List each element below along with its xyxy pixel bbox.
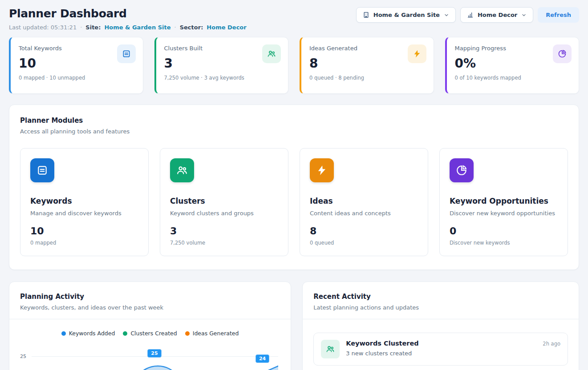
stat-subtext: 0 of 10 keywords mapped: [455, 75, 571, 81]
modules-section-subtitle: Access all planning tools and features: [20, 128, 568, 135]
users-icon: [262, 44, 281, 63]
stat-subtext: 0 mapped · 10 unmapped: [19, 75, 135, 81]
data-point-label: 24: [255, 354, 269, 363]
module-subtext: 7,250 volume: [170, 240, 278, 246]
bottom-row: Planning Activity Keywords, clusters, an…: [9, 282, 579, 370]
stat-card-mapping-progress[interactable]: Mapping Progress 0% 0 of 10 keywords map…: [445, 37, 580, 94]
document-icon: [30, 158, 54, 182]
module-card-keyword-opportunities[interactable]: Keyword Opportunities Discover new keywo…: [439, 148, 568, 256]
recent-activity-subtitle: Latest planning actions and updates: [313, 304, 568, 311]
module-title: Clusters: [170, 197, 278, 205]
page-title: Planner Dashboard: [9, 7, 247, 20]
activity-list-item[interactable]: Keywords Clustered 3 new clusters create…: [313, 333, 568, 366]
sector-label: Sector:: [180, 24, 203, 31]
separator-dot: ·: [80, 24, 82, 31]
legend-item-ideas-generated[interactable]: Ideas Generated: [185, 330, 239, 337]
site-label: Site:: [85, 24, 101, 31]
chevron-down-icon: [444, 12, 449, 18]
lightning-icon: [310, 158, 334, 182]
module-value: 3: [170, 225, 278, 237]
module-card-ideas[interactable]: Ideas Content ideas and concepts 8 0 que…: [300, 148, 428, 256]
users-icon: [321, 340, 340, 358]
module-value: 0: [450, 225, 558, 237]
recent-activity-title: Recent Activity: [313, 293, 568, 301]
page-subtitle: Last updated: 05:31:21 · Site: Home & Ga…: [9, 24, 247, 31]
users-icon: [170, 158, 194, 182]
activity-item-description: 3 new clusters created: [346, 350, 419, 357]
legend-dot-blue: [61, 331, 66, 336]
activity-chart: 25 25 24: [20, 344, 280, 370]
module-subtext: Discover new keywords: [450, 240, 558, 246]
module-description: Manage and discover keywords: [30, 210, 138, 217]
site-dropdown[interactable]: Home & Garden Site: [356, 7, 456, 23]
activity-item-time: 2h ago: [543, 340, 560, 347]
module-description: Keyword clusters and groups: [170, 210, 278, 217]
planner-dashboard-page: Planner Dashboard Last updated: 05:31:21…: [0, 0, 588, 370]
pie-chart-icon: [450, 158, 474, 182]
legend-label: Keywords Added: [69, 330, 115, 337]
legend-dot-green: [123, 331, 127, 336]
page-header: Planner Dashboard Last updated: 05:31:21…: [9, 7, 579, 31]
stat-subtext: 0 queued · 8 pending: [309, 75, 426, 81]
recent-activity-header: Recent Activity Latest planning actions …: [303, 282, 579, 319]
recent-activity-body: Keywords Clustered 3 new clusters create…: [303, 319, 579, 370]
last-updated-text: Last updated: 05:31:21: [9, 24, 77, 31]
planning-activity-panel: Planning Activity Keywords, clusters, an…: [9, 282, 291, 370]
activity-content: Keywords Clustered 3 new clusters create…: [346, 340, 419, 357]
stat-card-ideas-generated[interactable]: Ideas Generated 8 0 queued · 8 pending: [300, 37, 434, 94]
chart-legend: Keywords Added Clusters Created Ideas Ge…: [20, 330, 280, 337]
module-subtext: 0 queued: [310, 240, 418, 246]
planning-activity-title: Planning Activity: [20, 293, 280, 301]
modules-grid: Keywords Manage and discover keywords 10…: [20, 148, 568, 256]
modules-section-title: Planner Modules: [20, 117, 568, 125]
sector-dropdown[interactable]: Home Decor: [460, 7, 533, 23]
legend-label: Clusters Created: [130, 330, 177, 337]
data-point-label: 25: [147, 349, 161, 358]
stat-card-clusters-built[interactable]: Clusters Built 3 7,250 volume · 3 avg ke…: [154, 37, 289, 94]
module-card-clusters[interactable]: Clusters Keyword clusters and groups 3 7…: [160, 148, 288, 256]
stat-card-total-keywords[interactable]: Total Keywords 10 0 mapped · 10 unmapped: [9, 37, 143, 94]
module-title: Keyword Opportunities: [450, 197, 558, 205]
stats-row: Total Keywords 10 0 mapped · 10 unmapped…: [9, 37, 579, 94]
lightning-icon: [408, 44, 426, 63]
chevron-down-icon: [521, 12, 527, 18]
separator-dot: ·: [174, 24, 176, 31]
module-description: Content ideas and concepts: [310, 210, 418, 217]
refresh-button[interactable]: Refresh: [538, 7, 579, 23]
planning-activity-header: Planning Activity Keywords, clusters, an…: [9, 282, 291, 319]
sector-link[interactable]: Home Decor: [207, 24, 246, 31]
legend-item-clusters-created[interactable]: Clusters Created: [123, 330, 177, 337]
module-value: 8: [310, 225, 418, 237]
module-title: Keywords: [30, 197, 138, 205]
activity-item-title: Keywords Clustered: [346, 340, 419, 347]
module-subtext: 0 mapped: [30, 240, 138, 246]
planning-activity-body: Keywords Added Clusters Created Ideas Ge…: [9, 319, 291, 370]
document-icon: [117, 44, 136, 63]
header-left: Planner Dashboard Last updated: 05:31:21…: [9, 7, 247, 31]
legend-item-keywords-added[interactable]: Keywords Added: [61, 330, 115, 337]
planner-modules-section: Planner Modules Access all planning tool…: [9, 105, 579, 270]
site-dropdown-label: Home & Garden Site: [373, 12, 440, 18]
stat-subtext: 7,250 volume · 3 avg keywords: [164, 75, 280, 81]
site-link[interactable]: Home & Garden Site: [104, 24, 170, 31]
module-description: Discover new keyword opportunities: [450, 210, 558, 217]
module-card-keywords[interactable]: Keywords Manage and discover keywords 10…: [20, 148, 149, 256]
planning-activity-subtitle: Keywords, clusters, and ideas over the p…: [20, 304, 280, 311]
building-icon: [363, 12, 369, 18]
pie-chart-icon: [553, 44, 572, 63]
bar-chart-icon: [467, 12, 474, 18]
sector-dropdown-label: Home Decor: [478, 12, 517, 18]
module-title: Ideas: [310, 197, 418, 205]
module-value: 10: [30, 225, 138, 237]
y-axis-tick: 25: [20, 354, 26, 359]
recent-activity-panel: Recent Activity Latest planning actions …: [302, 282, 579, 370]
legend-dot-orange: [185, 331, 190, 336]
legend-label: Ideas Generated: [193, 330, 239, 337]
header-actions: Home & Garden Site Home Decor Refresh: [356, 7, 579, 23]
